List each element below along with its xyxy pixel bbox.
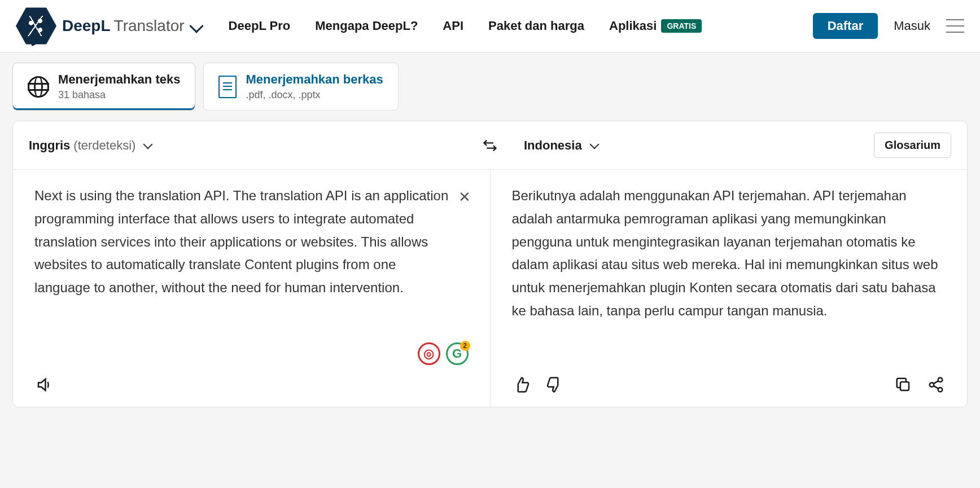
swap-icon xyxy=(482,138,498,153)
tab-text-sub: 31 bahasa xyxy=(58,89,180,101)
share-button[interactable] xyxy=(926,375,946,394)
source-lang-selector[interactable]: Inggris (terdeteksi) xyxy=(13,121,472,169)
copy-button[interactable] xyxy=(894,375,913,394)
tab-translate-file[interactable]: Menerjemahkan berkas .pdf, .docx, .pptx xyxy=(203,63,398,111)
thumbs-down-icon xyxy=(546,376,563,393)
free-badge: GRATIS xyxy=(661,19,702,33)
grammarly-overlay-icon[interactable]: G2 xyxy=(446,342,469,365)
target-lang-name: Indonesia xyxy=(524,138,582,153)
target-lang-selector[interactable]: Indonesia Glosarium xyxy=(508,121,967,169)
target-overlay-icon[interactable]: ◎ xyxy=(418,342,440,365)
brand-product: Translator xyxy=(114,17,185,35)
login-link[interactable]: Masuk xyxy=(894,19,930,33)
svg-point-2 xyxy=(930,383,934,387)
svg-point-1 xyxy=(938,378,943,383)
source-lang-name: Inggris xyxy=(29,138,70,153)
header-right: Daftar Masuk xyxy=(813,13,964,39)
speak-button[interactable] xyxy=(34,375,54,394)
nav-apps-label: Aplikasi xyxy=(609,19,657,33)
translation-body: Next is using the translation API. The t… xyxy=(13,170,967,407)
brand-name: DeepL xyxy=(62,17,111,35)
tab-file-sub: .pdf, .docx, .pptx xyxy=(246,89,383,101)
deepl-logo-icon xyxy=(16,6,56,46)
nav-pro[interactable]: DeepL Pro xyxy=(229,19,291,33)
signup-button[interactable]: Daftar xyxy=(813,13,878,39)
nav-why[interactable]: Mengapa DeepL? xyxy=(315,19,418,33)
globe-icon xyxy=(28,76,49,98)
target-column: Berikutnya adalah menggunakan API terjem… xyxy=(491,170,968,407)
nav-apps[interactable]: Aplikasi GRATIS xyxy=(609,19,702,33)
nav-plans[interactable]: Paket dan harga xyxy=(488,19,584,33)
source-lang-detected: (terdeteksi) xyxy=(73,138,135,153)
tab-file-title: Menerjemahkan berkas xyxy=(246,72,383,87)
thumbs-up-button[interactable] xyxy=(512,375,531,394)
svg-point-3 xyxy=(938,388,943,392)
chevron-down-icon xyxy=(189,19,203,33)
share-icon xyxy=(928,376,944,393)
brand-dropdown[interactable]: DeepL Translator xyxy=(62,17,202,35)
target-actions xyxy=(512,375,946,394)
extension-overlay: ◎ G2 xyxy=(418,342,469,365)
translator-panel: Inggris (terdeteksi) Indonesia Glosarium… xyxy=(12,121,968,407)
language-selector-row: Inggris (terdeteksi) Indonesia Glosarium xyxy=(13,121,967,170)
speaker-icon xyxy=(36,376,53,393)
glossary-button[interactable]: Glosarium xyxy=(874,133,951,158)
thumbs-up-icon xyxy=(513,376,530,393)
source-text-area[interactable]: Next is using the translation API. The t… xyxy=(34,184,469,300)
source-actions xyxy=(34,375,469,394)
chevron-down-icon xyxy=(143,139,153,149)
nav-api[interactable]: API xyxy=(443,19,463,33)
chevron-down-icon xyxy=(589,139,599,149)
clear-text-button[interactable]: ✕ xyxy=(458,184,471,209)
tab-translate-text[interactable]: Menerjemahkan teks 31 bahasa xyxy=(12,63,195,111)
menu-icon[interactable] xyxy=(946,19,964,33)
target-text-area[interactable]: Berikutnya adalah menggunakan API terjem… xyxy=(512,184,946,366)
tab-text-title: Menerjemahkan teks xyxy=(58,72,180,87)
svg-rect-0 xyxy=(900,382,909,390)
top-header: DeepL Translator DeepL Pro Mengapa DeepL… xyxy=(0,0,980,52)
document-icon xyxy=(218,76,237,98)
mode-tabs: Menerjemahkan teks 31 bahasa Menerjemahk… xyxy=(0,52,980,111)
main-nav: DeepL Pro Mengapa DeepL? API Paket dan h… xyxy=(229,19,702,33)
overlay-badge-count: 2 xyxy=(460,341,470,351)
thumbs-down-button[interactable] xyxy=(545,375,564,394)
swap-languages-button[interactable] xyxy=(472,121,508,169)
copy-icon xyxy=(895,376,912,393)
source-column: Next is using the translation API. The t… xyxy=(13,170,491,407)
